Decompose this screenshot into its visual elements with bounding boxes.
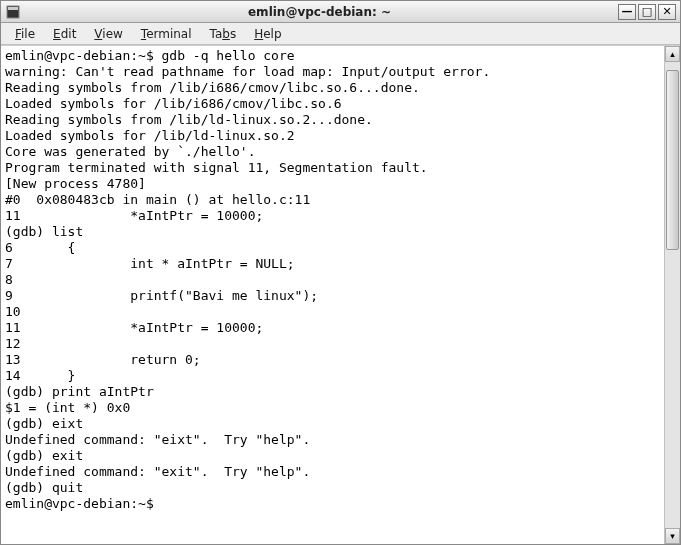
menu-tabs-rest: s	[230, 27, 236, 41]
scrollbar[interactable]: ▴ ▾	[664, 46, 680, 544]
menu-terminal-rest: erminal	[146, 27, 191, 41]
menu-file-rest: ile	[21, 27, 35, 41]
titlebar[interactable]: emlin@vpc-debian: ~ — □ ✕	[1, 1, 680, 23]
app-icon	[5, 4, 21, 20]
scroll-thumb[interactable]	[666, 70, 679, 250]
maximize-button[interactable]: □	[638, 4, 656, 20]
menu-edit[interactable]: Edit	[45, 25, 84, 43]
menu-help[interactable]: Help	[246, 25, 289, 43]
close-button[interactable]: ✕	[658, 4, 676, 20]
menu-view-rest: iew	[102, 27, 123, 41]
menu-terminal[interactable]: Terminal	[133, 25, 200, 43]
content-area: emlin@vpc-debian:~$ gdb -q hello core wa…	[1, 45, 680, 544]
terminal-output[interactable]: emlin@vpc-debian:~$ gdb -q hello core wa…	[1, 46, 664, 544]
window-title: emlin@vpc-debian: ~	[25, 5, 614, 19]
svg-rect-1	[8, 7, 18, 10]
scroll-up-button[interactable]: ▴	[665, 46, 680, 62]
menubar: File Edit View Terminal Tabs Help	[1, 23, 680, 45]
menu-file[interactable]: File	[7, 25, 43, 43]
minimize-button[interactable]: —	[618, 4, 636, 20]
menu-view[interactable]: View	[86, 25, 130, 43]
terminal-window: emlin@vpc-debian: ~ — □ ✕ File Edit View…	[0, 0, 681, 545]
menu-tabs-pre: Ta	[210, 27, 223, 41]
menu-edit-rest: dit	[61, 27, 77, 41]
window-controls: — □ ✕	[618, 4, 676, 20]
scroll-down-button[interactable]: ▾	[665, 528, 680, 544]
menu-tabs[interactable]: Tabs	[202, 25, 245, 43]
scroll-track[interactable]	[665, 62, 680, 528]
menu-help-rest: elp	[263, 27, 281, 41]
